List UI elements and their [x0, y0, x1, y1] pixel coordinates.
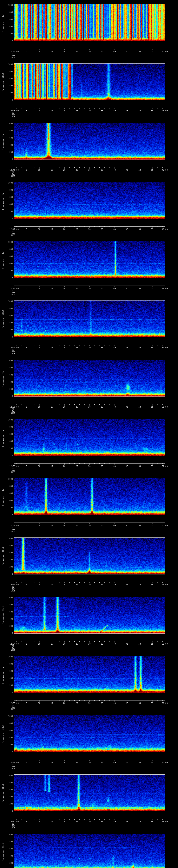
- x-tick-label: 55: [151, 110, 153, 112]
- date-label-day: 12: [12, 527, 14, 529]
- x-tick-label: 40: [113, 169, 116, 171]
- spectrogram-panel-12-57-00: Frequency (Hz)0200400600800100012:57:005…: [0, 770, 178, 830]
- y-tick-label: 1000: [0, 715, 13, 717]
- x-tick-label: 35: [101, 821, 103, 823]
- y-tick-label: 1000: [0, 656, 13, 658]
- date-label-year: 2015: [11, 768, 15, 770]
- x-axis-end-time: 48:00: [162, 228, 168, 230]
- spectrogram-panel-12-54-00: Frequency (Hz)0200400600800100012:54:005…: [0, 592, 178, 652]
- y-tick-label: 1000: [0, 537, 13, 539]
- x-axis-end-time: 54:00: [162, 584, 168, 586]
- date-label-day: 12: [12, 586, 14, 588]
- date-label-month: May: [12, 410, 15, 412]
- x-tick-label: 55: [151, 702, 153, 704]
- x-tick-label: 50: [139, 762, 141, 764]
- x-tick-label: 40: [113, 287, 116, 289]
- x-axis-end-time: 50:00: [162, 347, 168, 349]
- y-tick-label: 400: [0, 677, 13, 679]
- x-tick-label: 45: [126, 228, 128, 230]
- spectrogram-panel-12-45-00: Frequency (Hz)0200400600800100012:45:005…: [0, 59, 178, 119]
- y-tick-label: 0: [0, 40, 13, 42]
- x-tick-label: 35: [101, 110, 103, 112]
- x-tick-label: 15: [51, 702, 53, 704]
- x-tick-label: 45: [126, 702, 128, 704]
- y-tick-label: 0: [0, 455, 13, 456]
- x-tick-label: 25: [76, 762, 78, 764]
- y-axis-title: Frequency (Hz): [2, 488, 4, 506]
- y-tick-label: 1000: [0, 4, 13, 6]
- date-label-day: 12: [12, 231, 14, 232]
- date-label-day: 12: [12, 408, 14, 410]
- date-label-year: 2015: [11, 709, 15, 710]
- date-label-year: 2015: [11, 235, 15, 236]
- y-tick-label: 800: [0, 307, 13, 309]
- y-tick-label: 200: [0, 684, 13, 686]
- y-tick-label: 1000: [0, 182, 13, 184]
- x-tick-label: 15: [51, 762, 53, 764]
- y-tick-label: 0: [0, 336, 13, 338]
- x-tick-label: 25: [76, 110, 78, 112]
- x-tick-label: 30: [88, 524, 91, 526]
- x-tick-label: 25: [76, 702, 78, 704]
- y-tick-label: 600: [0, 19, 13, 20]
- date-label-day: 12: [12, 349, 14, 351]
- x-tick-label: 35: [101, 465, 103, 467]
- x-tick-label: 40: [113, 465, 116, 467]
- y-tick-label: 0: [0, 218, 13, 219]
- x-tick-label: 40: [113, 762, 116, 764]
- x-tick-label: 45: [126, 821, 128, 823]
- spectrogram-panel-12-44-00: Frequency (Hz)0200400600800100012:44:005…: [0, 0, 178, 59]
- x-tick-label: 50: [139, 110, 141, 112]
- x-tick-label: 20: [63, 110, 65, 112]
- y-tick-label: 600: [0, 196, 13, 198]
- x-tick-label: 35: [101, 406, 103, 408]
- y-axis-title: Frequency (Hz): [2, 369, 4, 388]
- date-label-year: 2015: [11, 412, 15, 414]
- date-label-year: 2015: [11, 353, 15, 355]
- date-label-month: May: [12, 55, 15, 57]
- x-tick-label: 30: [88, 110, 91, 112]
- spectrogram-panel-12-55-00: Frequency (Hz)0200400600800100012:55:005…: [0, 652, 178, 711]
- x-tick-label: 30: [88, 762, 91, 764]
- x-axis-start-time: 12:46:00: [9, 169, 19, 171]
- y-tick-label: 800: [0, 722, 13, 724]
- x-tick-label: 45: [126, 110, 128, 112]
- y-tick-label: 400: [0, 203, 13, 205]
- x-tick-label: 35: [101, 762, 103, 764]
- x-tick-label: 10: [38, 465, 40, 467]
- y-tick-label: 600: [0, 848, 13, 850]
- x-tick-label: 40: [113, 584, 116, 586]
- x-tick-label: 45: [126, 584, 128, 586]
- spectrogram-stack: Frequency (Hz)0200400600800100012:44:005…: [0, 0, 178, 868]
- x-tick-label: 10: [38, 762, 40, 764]
- y-tick-label: 1000: [0, 774, 13, 776]
- x-tick-label: 45: [126, 762, 128, 764]
- x-tick-label: 20: [63, 347, 65, 349]
- x-axis-end-time: 51:00: [162, 406, 168, 408]
- x-tick-label: 55: [151, 643, 153, 645]
- x-tick-label: 45: [126, 406, 128, 408]
- x-tick-label: 30: [88, 465, 91, 467]
- x-axis-end-time: 49:00: [162, 287, 168, 289]
- x-tick-label: 35: [101, 287, 103, 289]
- date-label-day: 12: [12, 646, 14, 647]
- x-tick-label: 40: [113, 110, 116, 112]
- x-tick-label: 25: [76, 584, 78, 586]
- x-axis-start-time: 12:54:00: [9, 643, 19, 645]
- y-axis-title: Frequency (Hz): [2, 250, 4, 269]
- x-tick-label: 30: [88, 584, 91, 586]
- y-axis-title: Frequency (Hz): [2, 310, 4, 328]
- x-axis-end-time: 45:00: [162, 51, 168, 53]
- date-label-year: 2015: [11, 57, 15, 59]
- y-tick-label: 800: [0, 11, 13, 13]
- date-label-month: May: [12, 351, 15, 353]
- y-tick-label: 400: [0, 440, 13, 442]
- date-label-month: May: [12, 529, 15, 530]
- y-tick-label: 1000: [0, 597, 13, 598]
- x-axis-start-time: 12:53:00: [9, 584, 19, 586]
- y-tick-label: 400: [0, 381, 13, 383]
- x-tick-label: 10: [38, 287, 40, 289]
- y-tick-label: 200: [0, 862, 13, 864]
- y-tick-label: 0: [0, 632, 13, 634]
- x-tick-label: 40: [113, 406, 116, 408]
